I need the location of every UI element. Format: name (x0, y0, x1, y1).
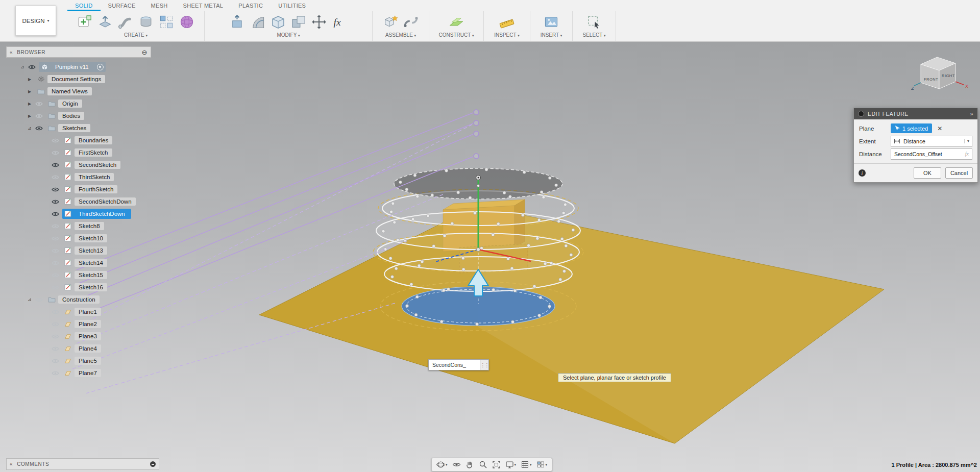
info-icon[interactable]: i (859, 169, 866, 177)
browser-item-plane7[interactable]: Plane7 (6, 367, 151, 379)
visibility-off-icon[interactable] (52, 150, 60, 156)
ribbon-group-label-inspect[interactable]: INSPECT ▾ (494, 32, 519, 38)
tab-plastic[interactable]: PLASTIC (231, 0, 271, 11)
chevron-down-icon[interactable]: ▾ (530, 463, 532, 467)
visibility-off-icon[interactable] (35, 296, 43, 303)
expanded-arrow-icon[interactable]: ⊿ (27, 297, 33, 302)
browser-item-sketch14[interactable]: Sketch14 (6, 257, 151, 269)
chevron-down-icon[interactable]: ▾ (546, 463, 548, 467)
browser-item-pumpkin-v11[interactable]: ⊿Pumpkin v11 (6, 61, 151, 73)
distance-input[interactable]: SecondCons_Offset fx (891, 148, 972, 160)
grid-settings-tool[interactable]: ▾ (519, 458, 533, 471)
chevron-down-icon[interactable]: ▾ (964, 139, 969, 143)
browser-item-plane3[interactable]: Plane3 (6, 330, 151, 342)
extent-type-dropdown[interactable]: Distance ▾ (891, 136, 972, 147)
expanded-arrow-icon[interactable]: ⊿ (19, 64, 26, 69)
insert-canvas-icon[interactable] (543, 14, 559, 30)
collapsed-arrow-icon[interactable]: ▶ (27, 114, 33, 118)
visibility-off-icon[interactable] (52, 247, 60, 254)
pan-tool[interactable] (464, 458, 476, 471)
visibility-on-icon[interactable] (35, 125, 43, 132)
visibility-off-icon[interactable] (35, 101, 43, 107)
press-pull-icon[interactable] (229, 14, 246, 30)
panel-minimize-icon[interactable]: ⊖ (142, 49, 148, 56)
visibility-on-icon[interactable] (52, 211, 60, 217)
browser-item-sketch8[interactable]: Sketch8 (6, 220, 151, 232)
browser-header[interactable]: « BROWSER ⊖ (6, 46, 151, 58)
ribbon-group-label-create[interactable]: CREATE ▾ (124, 32, 148, 38)
comments-panel[interactable]: « COMMENTS (6, 458, 159, 470)
dialog-header[interactable]: EDIT FEATURE » (854, 108, 977, 119)
collapsed-arrow-icon[interactable]: ▶ (27, 77, 33, 82)
browser-item-plane5[interactable]: Plane5 (6, 355, 151, 367)
visibility-off-icon[interactable] (35, 113, 43, 119)
tab-surface[interactable]: SURFACE (101, 0, 143, 11)
visibility-off-icon[interactable] (52, 235, 60, 242)
cancel-button[interactable]: Cancel (945, 167, 973, 179)
browser-item-bodies[interactable]: ▶Bodies (6, 110, 151, 122)
collapse-panel-icon[interactable]: « (10, 461, 13, 467)
visibility-off-icon[interactable] (52, 358, 60, 364)
browser-item-document-settings[interactable]: ▶Document Settings (6, 73, 151, 85)
visibility-on-icon[interactable] (52, 162, 60, 168)
sweep-icon[interactable] (117, 14, 134, 30)
drag-grip-icon[interactable]: ⋮⋮ (480, 359, 489, 370)
pattern-icon[interactable] (158, 14, 175, 30)
construction-plane-icon[interactable] (448, 14, 464, 30)
activate-component-radio[interactable] (97, 64, 104, 70)
measure-icon[interactable] (499, 14, 515, 30)
select-window-icon[interactable] (586, 14, 602, 30)
visibility-off-icon[interactable] (52, 137, 60, 144)
design-menu-button[interactable]: DESIGN ▾ (15, 6, 56, 36)
collapse-panel-icon[interactable]: « (10, 49, 13, 55)
visibility-off-icon[interactable] (52, 309, 60, 315)
ribbon-group-label-modify[interactable]: MODIFY ▾ (277, 32, 300, 38)
projection-endpoints[interactable] (474, 110, 479, 159)
visibility-on-icon[interactable] (28, 64, 36, 70)
viewcube[interactable]: FRONT RIGHT Z X (911, 49, 977, 97)
create-sketch-icon[interactable] (77, 14, 93, 30)
visibility-off-icon[interactable] (52, 370, 60, 377)
tab-sheet-metal[interactable]: SHEET METAL (176, 0, 231, 11)
browser-item-plane4[interactable]: Plane4 (6, 342, 151, 355)
visibility-off-icon[interactable] (52, 345, 60, 352)
move-icon[interactable] (311, 14, 327, 30)
collapsed-arrow-icon[interactable]: ▶ (27, 102, 33, 106)
expanded-arrow-icon[interactable]: ⊿ (27, 126, 33, 131)
visibility-off-icon[interactable] (52, 174, 60, 181)
chevron-down-icon[interactable]: ▾ (446, 463, 448, 467)
ribbon-group-label-insert[interactable]: INSERT ▾ (541, 32, 562, 38)
parameter-name-input[interactable]: SecondCons_ (428, 359, 480, 370)
browser-item-sketch16[interactable]: Sketch16 (6, 281, 151, 293)
ribbon-group-label-select[interactable]: SELECT ▾ (582, 32, 605, 38)
parameters-fx-icon[interactable]: fx (331, 14, 348, 30)
visibility-off-icon[interactable] (52, 321, 60, 328)
clear-selection-icon[interactable]: ✕ (937, 125, 942, 132)
orbit-tool[interactable]: ▾ (435, 458, 449, 471)
browser-item-plane2[interactable]: Plane2 (6, 318, 151, 330)
viewports-tool[interactable]: ▾ (535, 458, 549, 471)
visibility-off-icon[interactable] (52, 260, 60, 266)
display-settings-tool[interactable]: ▾ (504, 458, 518, 471)
browser-item-named-views[interactable]: ▶Named Views (6, 85, 151, 97)
tab-solid[interactable]: SOLID (67, 0, 101, 11)
browser-item-thirdsketchdown[interactable]: ThirdSketchDown (6, 208, 151, 220)
chevron-down-icon[interactable]: ▾ (514, 463, 517, 467)
ribbon-group-label-assemble[interactable]: ASSEMBLE ▾ (385, 32, 416, 38)
zoom-tool[interactable] (477, 458, 489, 471)
fillet-icon[interactable] (250, 14, 266, 30)
browser-item-sketch13[interactable]: Sketch13 (6, 244, 151, 257)
expand-dialog-icon[interactable]: » (970, 111, 973, 117)
browser-item-construction[interactable]: ⊿Construction (6, 293, 151, 306)
visibility-off-icon[interactable] (52, 223, 60, 230)
extrude-icon[interactable] (97, 14, 113, 30)
visibility-off-icon[interactable] (52, 284, 60, 291)
look-at-tool[interactable] (451, 458, 462, 471)
browser-item-firstsketch[interactable]: FirstSketch (6, 146, 151, 159)
comments-minimize-icon[interactable] (150, 461, 156, 467)
browser-item-secondsketchdown[interactable]: SecondSketchDown (6, 195, 151, 208)
browser-item-sketch10[interactable]: Sketch10 (6, 232, 151, 244)
browser-item-fourthsketch[interactable]: FourthSketch (6, 183, 151, 195)
browser-item-secondsketch[interactable]: SecondSketch (6, 159, 151, 171)
browser-item-origin[interactable]: ▶Origin (6, 97, 151, 110)
